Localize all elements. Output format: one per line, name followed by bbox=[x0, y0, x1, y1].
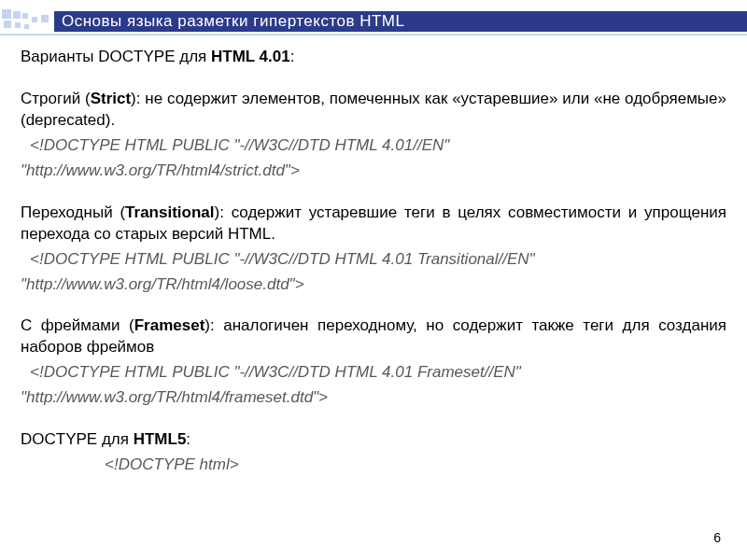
frameset-desc: С фреймами (Frameset): аналогичен перехо… bbox=[21, 315, 726, 358]
html5-bold: HTML5 bbox=[134, 430, 187, 448]
strict-code-1: <!DOCTYPE HTML PUBLIC "-//W3C//DTD HTML … bbox=[21, 135, 726, 157]
strict-code-2: "http://www.w3.org/TR/html4/strict.dtd"> bbox=[21, 161, 726, 182]
intro-bold: HTML 4.01 bbox=[211, 48, 290, 65]
transitional-bold: Transitional bbox=[125, 203, 214, 221]
intro-line: Варианты DOCTYPE для HTML 4.01: bbox=[21, 47, 726, 68]
frameset-bold: Frameset bbox=[134, 316, 205, 334]
transitional-code-1: <!DOCTYPE HTML PUBLIC "-//W3C//DTD HTML … bbox=[21, 249, 726, 271]
header-decoration bbox=[0, 9, 54, 34]
slide-header: Основы языка разметки гипертекстов HTML bbox=[0, 9, 747, 34]
header-underline bbox=[0, 34, 747, 35]
html5-suffix: : bbox=[186, 430, 190, 448]
transitional-prefix: Переходный ( bbox=[21, 203, 125, 221]
intro-prefix: Варианты DOCTYPE для bbox=[21, 48, 211, 65]
frameset-prefix: С фреймами ( bbox=[21, 316, 134, 334]
strict-bold: Strict bbox=[91, 90, 131, 107]
slide-title-text: Основы языка разметки гипертекстов HTML bbox=[62, 12, 404, 31]
strict-desc: Строгий (Strict): не содержит элементов,… bbox=[21, 89, 726, 132]
html5-code: <!DOCTYPE html> bbox=[21, 455, 726, 476]
transitional-code-2: "http://www.w3.org/TR/html4/loose.dtd"> bbox=[21, 274, 726, 296]
frameset-code-1: <!DOCTYPE HTML PUBLIC "-//W3C//DTD HTML … bbox=[21, 362, 726, 384]
strict-prefix: Строгий ( bbox=[21, 90, 91, 107]
html5-desc: DOCTYPE для HTML5: bbox=[21, 429, 726, 451]
intro-suffix: : bbox=[290, 48, 295, 65]
slide-title: Основы языка разметки гипертекстов HTML bbox=[54, 11, 747, 32]
html5-prefix: DOCTYPE для bbox=[21, 430, 134, 448]
frameset-code-2: "http://www.w3.org/TR/html4/frameset.dtd… bbox=[21, 387, 726, 409]
transitional-desc: Переходный (Transitional): содержит уста… bbox=[21, 203, 726, 245]
slide-content: Варианты DOCTYPE для HTML 4.01: Строгий … bbox=[21, 47, 726, 480]
page-number: 6 bbox=[713, 530, 721, 545]
